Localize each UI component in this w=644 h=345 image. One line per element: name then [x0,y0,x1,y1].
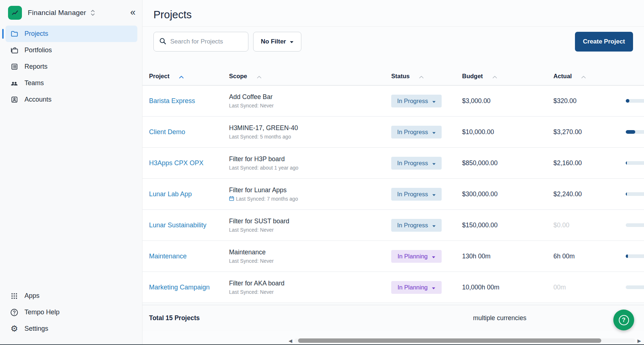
sort-asc-icon [581,73,586,80]
people-icon [10,79,19,88]
toolbar: No Filter Create Project [153,32,633,52]
scroll-left-icon[interactable]: ◀ [288,338,293,343]
chevron-down-icon [432,222,436,229]
progress-bar [626,99,644,103]
chevron-down-icon [432,253,435,260]
help-fab-button[interactable]: ? [613,310,634,330]
sort-asc-icon [419,73,424,80]
sidebar-item-reports[interactable]: Reports [5,58,137,75]
main-content: Projects No Filter Create Project Projec… [142,0,644,345]
progress-bar [626,192,644,196]
table-row: H3Apps CPX OPX Filter for H3P board Last… [142,148,644,179]
sidebar-header: Financial Manager « [0,0,142,26]
sidebar-item-teams[interactable]: Teams [5,75,137,91]
actual-value: $3,270.00 [548,128,626,136]
question-mark-icon: ? [619,315,629,325]
status-badge[interactable]: In Progress [391,188,442,201]
filter-dropdown[interactable]: No Filter [253,32,301,52]
last-synced-text: Last Synced: 7 months ago [229,196,385,202]
column-header-scope[interactable]: Scope [229,72,385,80]
collapse-sidebar-icon[interactable]: « [130,7,136,18]
last-synced-text: Last Synced: 5 months ago [229,134,385,140]
status-label: In Progress [397,160,428,167]
project-link[interactable]: Marketing Campaign [142,284,229,291]
sort-asc-icon [179,73,184,80]
table-body: Barista Express Add Coffee Bar Last Sync… [142,86,644,303]
status-label: In Progress [397,191,428,198]
actual-value: 6h 00m [548,253,626,260]
chevron-down-icon [432,98,436,105]
sidebar-item-tempo-help[interactable]: Tempo Help [5,304,137,321]
budget-value: 10,000h 00m [457,284,548,291]
create-project-button[interactable]: Create Project [575,32,633,52]
project-link[interactable]: Barista Express [142,97,229,105]
sidebar-item-label: Teams [24,79,44,87]
scrollbar-thumb[interactable] [298,338,601,343]
scroll-right-icon[interactable]: ▶ [637,338,642,343]
progress-bar [626,223,644,227]
scope-cell: Maintenance Last Synced: Never [229,249,385,264]
header-divider [142,26,644,27]
sidebar-item-label: Apps [24,292,39,300]
horizontal-scrollbar: ◀ ▶ [288,338,642,343]
sidebar-item-label: Accounts [24,96,52,103]
project-link[interactable]: Lunar Lab App [142,190,229,198]
column-header-project[interactable]: Project [142,72,229,80]
project-link[interactable]: Maintenance [142,253,229,260]
status-badge[interactable]: In Progress [391,157,442,170]
sidebar-nav: Projects Portfolios Reports Teams [0,26,142,108]
column-header-actual[interactable]: Actual [548,72,626,80]
progress-fill [626,161,627,165]
search-input[interactable] [170,38,240,45]
sidebar-item-accounts[interactable]: Accounts [5,91,137,108]
scope-text: Maintenance [229,249,385,256]
status-badge[interactable]: In Planning [391,281,442,294]
scope-cell: Filter for H3P board Last Synced: about … [229,155,385,171]
chevron-down-icon [432,160,436,167]
sidebar-item-label: Tempo Help [24,308,60,316]
last-synced-text: Last Synced: about 1 year ago [229,165,385,171]
table-header: Project Scope Status Budget Actual [142,72,644,86]
sidebar-footer: Apps Tempo Help ⚙ Settings [0,288,142,345]
filter-label: No Filter [261,38,286,45]
search-icon [159,37,167,46]
sidebar-item-label: Portfolios [24,46,52,54]
sidebar-item-apps[interactable]: Apps [5,288,137,304]
progress-fill [626,254,628,258]
progress-bar [626,161,644,165]
table-row: Lunar Sustainability Filter for SUST boa… [142,210,644,241]
status-badge[interactable]: In Progress [391,126,442,139]
sidebar-item-portfolios[interactable]: Portfolios [5,42,137,58]
table-footer: Total 15 Projects multiple currencies [142,305,644,331]
project-link[interactable]: Client Demo [142,128,229,136]
folder-icon [10,30,19,38]
budget-value: 130h 00m [457,253,548,260]
budget-value: $10,000.00 [457,128,548,136]
scope-text: Add Coffee Bar [229,93,385,101]
progress-fill [626,99,629,103]
table-row: Client Demo H3MINE-17, GREEN-40 Last Syn… [142,117,644,148]
column-header-budget[interactable]: Budget [457,72,548,80]
chevron-down-icon [432,284,435,291]
report-icon [10,62,19,71]
status-label: In Planning [397,253,428,260]
status-badge[interactable]: In Planning [391,250,442,263]
project-link[interactable]: H3Apps CPX OPX [142,159,229,167]
progress-bar [626,254,644,258]
scope-text: Filter for AKA board [229,280,385,287]
last-synced-text: Last Synced: Never [229,258,385,264]
project-link[interactable]: Lunar Sustainability [142,221,229,229]
status-badge[interactable]: In Progress [391,95,442,107]
app-switcher-icon[interactable] [90,9,96,16]
scope-text: Filter for Lunar Apps [229,186,385,194]
sidebar-item-settings[interactable]: ⚙ Settings [5,321,137,337]
status-label: In Progress [397,129,428,136]
sort-asc-icon [492,73,497,80]
app-logo-icon [8,6,22,20]
status-badge[interactable]: In Progress [391,219,442,232]
sidebar-item-projects[interactable]: Projects [5,26,137,42]
budget-summary: multiple currencies [457,314,548,322]
column-header-status[interactable]: Status [385,72,457,80]
help-circle-icon [10,308,19,317]
actual-value: 00m [548,284,626,291]
